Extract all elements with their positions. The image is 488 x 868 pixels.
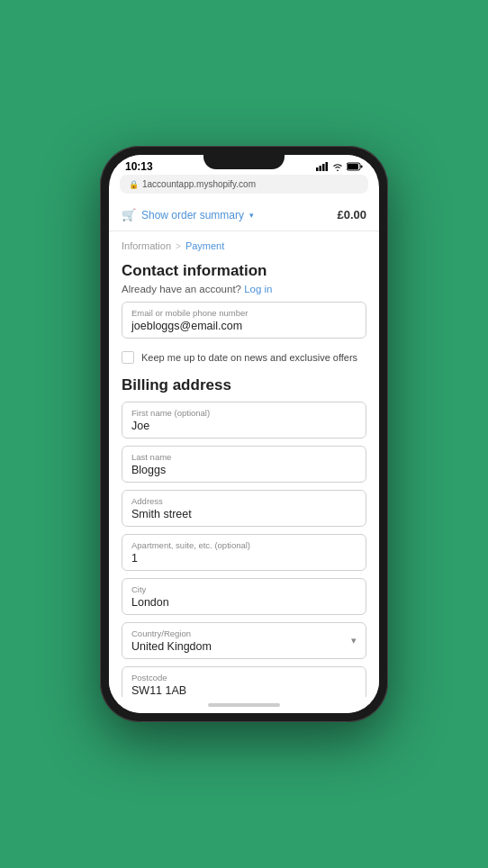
apartment-label: Apartment, suite, etc. (optional) <box>131 540 357 550</box>
notch <box>203 155 285 169</box>
email-value: joebloggs@email.com <box>131 320 357 332</box>
home-indicator <box>109 697 379 713</box>
login-link[interactable]: Log in <box>244 284 272 294</box>
cart-icon: 🛒 <box>122 208 136 222</box>
order-summary-bar: 🛒 Show order summary ▾ £0.00 <box>109 199 379 231</box>
postcode-field[interactable]: Postcode SW11 1AB <box>122 666 366 697</box>
svg-rect-1 <box>320 166 322 171</box>
status-icons <box>316 162 363 171</box>
svg-rect-2 <box>322 164 325 171</box>
last-name-field[interactable]: Last name Bloggs <box>122 446 366 483</box>
svg-rect-0 <box>316 167 319 171</box>
breadcrumb-information: Information <box>122 240 171 251</box>
apartment-value: 1 <box>131 552 357 565</box>
city-label: City <box>131 584 357 594</box>
country-chevron-icon: ▾ <box>351 635 357 646</box>
first-name-field[interactable]: First name (optional) Joe <box>122 402 366 439</box>
svg-rect-6 <box>361 166 363 168</box>
first-name-value: Joe <box>131 420 357 432</box>
url-bar: 🔒 1accountapp.myshopify.com <box>120 175 368 194</box>
breadcrumb-payment: Payment <box>185 240 224 251</box>
battery-icon <box>347 162 363 171</box>
already-account-text: Already have an account? <box>122 284 241 294</box>
signal-icon <box>316 162 329 171</box>
svg-rect-5 <box>348 164 358 169</box>
status-time: 10:13 <box>125 160 153 173</box>
order-price: £0.00 <box>337 208 366 222</box>
breadcrumb-separator: > <box>176 241 181 251</box>
url-text: 1accountapp.myshopify.com <box>142 179 256 189</box>
last-name-value: Bloggs <box>131 464 357 476</box>
last-name-label: Last name <box>131 452 357 462</box>
contact-subtitle: Already have an account? Log in <box>109 284 379 302</box>
page-content[interactable]: 🛒 Show order summary ▾ £0.00 Information… <box>109 199 379 697</box>
order-summary-label: Show order summary <box>141 209 244 222</box>
city-field[interactable]: City London <box>122 578 366 615</box>
newsletter-checkbox[interactable] <box>122 351 134 364</box>
address-value: Smith street <box>131 508 357 520</box>
address-label: Address <box>131 496 357 506</box>
country-value: United Kingdom <box>131 640 212 653</box>
email-label: Email or mobile phone number <box>131 308 357 318</box>
country-label: Country/Region <box>131 628 212 638</box>
svg-rect-3 <box>326 162 329 171</box>
contact-section-title: Contact information <box>109 257 379 284</box>
wifi-icon <box>332 162 343 171</box>
address-field[interactable]: Address Smith street <box>122 490 366 527</box>
billing-section-title: Billing address <box>109 373 379 402</box>
newsletter-checkbox-row: Keep me up to date on news and exclusive… <box>109 346 379 373</box>
postcode-value: SW11 1AB <box>131 684 357 697</box>
email-field[interactable]: Email or mobile phone number joebloggs@e… <box>122 302 366 339</box>
newsletter-label: Keep me up to date on news and exclusive… <box>141 352 357 363</box>
apartment-field[interactable]: Apartment, suite, etc. (optional) 1 <box>122 534 366 571</box>
breadcrumb: Information > Payment <box>109 231 379 257</box>
home-bar <box>208 703 280 707</box>
chevron-down-icon: ▾ <box>249 211 254 220</box>
phone-screen: 10:13 <box>109 155 379 713</box>
country-field[interactable]: Country/Region United Kingdom ▾ <box>122 622 366 659</box>
city-value: London <box>131 596 357 609</box>
show-order-summary-button[interactable]: 🛒 Show order summary ▾ <box>122 208 254 222</box>
phone-frame: 10:13 <box>100 146 388 722</box>
lock-icon: 🔒 <box>129 180 139 189</box>
first-name-label: First name (optional) <box>131 408 357 418</box>
country-select-left: Country/Region United Kingdom <box>131 628 212 653</box>
postcode-label: Postcode <box>131 673 357 683</box>
